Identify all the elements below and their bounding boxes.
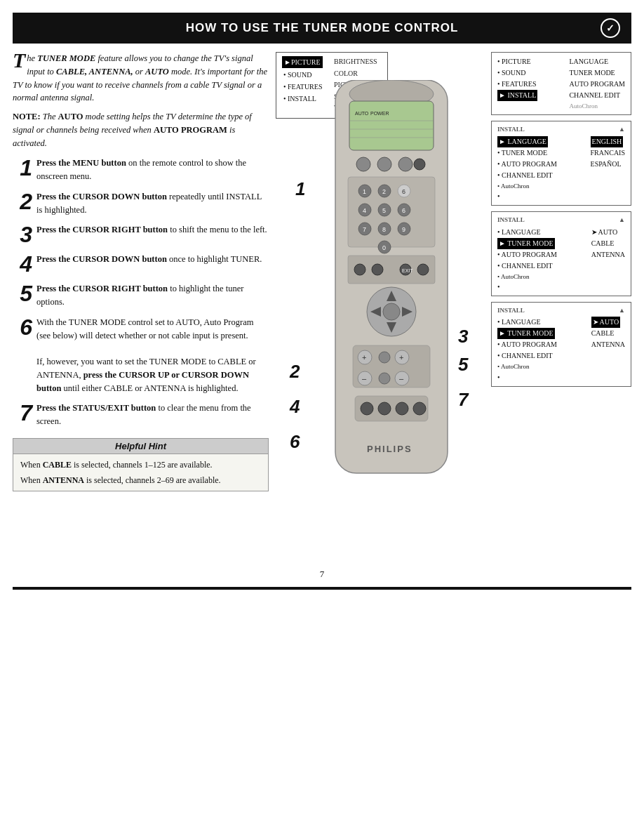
svg-point-59 <box>396 402 408 415</box>
svg-point-35 <box>372 264 383 275</box>
step-7-text: Press the STATUS/EXIT button to clear th… <box>36 402 269 428</box>
svg-point-58 <box>378 402 391 415</box>
svg-point-8 <box>356 157 370 171</box>
step-4-number: 4 <box>13 253 32 275</box>
step-3: 3 Press the CURSOR RIGHT button to shift… <box>13 223 269 246</box>
remote-step-1: 1 <box>295 178 305 200</box>
svg-text:POWER: POWER <box>370 111 389 116</box>
right-column: ►PICTURE • SOUND • FEATURES • INSTALL BR… <box>276 52 631 557</box>
bottom-rule <box>13 587 631 590</box>
step-6-number: 6 <box>13 316 32 338</box>
step-5-number: 5 <box>13 282 32 305</box>
svg-text:AUTO: AUTO <box>355 111 369 116</box>
intro-block: The TUNER MODE feature allows you to cha… <box>13 52 269 150</box>
step-2: 2 Press the CURSOR DOWN button repeatedl… <box>13 190 269 217</box>
remote-step-6: 6 <box>290 431 300 453</box>
svg-text:–: – <box>362 374 367 383</box>
step-6-text: With the TUNER MODE control set to AUTO,… <box>36 316 269 395</box>
svg-point-53 <box>379 373 390 384</box>
hint-header: Helpful Hint <box>13 439 268 454</box>
svg-point-48 <box>379 352 390 363</box>
step-4-text: Press the CURSOR DOWN button once to hig… <box>36 253 269 266</box>
svg-point-40 <box>383 303 400 320</box>
svg-text:0: 0 <box>382 244 386 251</box>
svg-text:1: 1 <box>363 188 366 195</box>
remote-step-2: 2 <box>290 361 300 383</box>
page-number: 7 <box>0 569 644 580</box>
page-title: How to Use the Tuner Mode Control <box>186 21 459 35</box>
svg-text:+: + <box>399 353 403 362</box>
step-4: 4 Press the CURSOR DOWN button once to h… <box>13 253 269 275</box>
svg-text:6: 6 <box>402 188 405 195</box>
screen-2-box: • PICTURE • SOUND • FEATURES ► INSTALL L… <box>491 52 631 115</box>
left-column: The TUNER MODE feature allows you to cha… <box>13 52 269 557</box>
step-2-number: 2 <box>13 190 32 213</box>
svg-text:4: 4 <box>363 207 366 214</box>
step-5: 5 Press the CURSOR RIGHT button to highl… <box>13 282 269 309</box>
screen-5-box: INSTALL ▲ • LANGUAGE ► TUNER MODE • AUTO… <box>491 302 631 387</box>
intro-text: The TUNER MODE feature allows you to cha… <box>13 52 269 105</box>
svg-text:8: 8 <box>382 226 386 233</box>
svg-rect-2 <box>349 101 434 150</box>
svg-point-9 <box>377 157 391 171</box>
svg-point-10 <box>398 157 412 171</box>
screen-3-box: INSTALL ▲ ► LANGUAGE • TUNER MODE • AUTO… <box>491 121 631 206</box>
step-7-number: 7 <box>13 402 32 424</box>
svg-point-60 <box>413 402 426 415</box>
hint-box: Helpful Hint When CABLE is selected, cha… <box>13 438 269 491</box>
svg-text:9: 9 <box>402 226 405 233</box>
note-text: NOTE: The AUTO mode setting helps the TV… <box>13 110 269 150</box>
diagrams-area: ►PICTURE • SOUND • FEATURES • INSTALL BR… <box>276 52 631 557</box>
remote-step-5: 5 <box>458 354 468 376</box>
svg-point-11 <box>414 159 425 170</box>
hint-item-2: When ANTENNA is selected, channels 2–69 … <box>20 474 261 486</box>
svg-point-57 <box>361 402 373 415</box>
step-1-text: Press the MENU button on the remote cont… <box>36 157 269 183</box>
remote-step-4: 4 <box>290 396 300 418</box>
hint-content: When CABLE is selected, channels 1–125 a… <box>13 454 268 491</box>
step-2-text: Press the CURSOR DOWN button repeatedly … <box>36 190 269 217</box>
svg-text:PHILIPS: PHILIPS <box>367 444 412 454</box>
remote-step-3: 3 <box>458 326 468 348</box>
step-3-number: 3 <box>13 223 32 246</box>
step-1-number: 1 <box>13 157 32 179</box>
svg-text:6: 6 <box>402 207 405 214</box>
header-icon: ✓ <box>601 18 620 38</box>
svg-text:EXIT: EXIT <box>402 268 413 273</box>
svg-point-37 <box>417 264 429 275</box>
step-3-text: Press the CURSOR RIGHT button to shift t… <box>36 223 269 237</box>
svg-text:7: 7 <box>363 226 366 233</box>
svg-text:+: + <box>362 353 366 362</box>
svg-text:5: 5 <box>382 207 386 214</box>
hint-item-1: When CABLE is selected, channels 1–125 a… <box>20 458 261 471</box>
main-content: The TUNER MODE feature allows you to cha… <box>13 52 631 557</box>
svg-text:2: 2 <box>382 188 386 195</box>
step-1: 1 Press the MENU button on the remote co… <box>13 157 269 183</box>
drop-cap: T <box>13 52 25 69</box>
svg-text:–: – <box>399 374 404 383</box>
remote-step-7: 7 <box>458 389 468 411</box>
screen-4-box: INSTALL ▲ • LANGUAGE ► TUNER MODE • AUTO… <box>491 211 631 296</box>
step-6: 6 With the TUNER MODE control set to AUT… <box>13 316 269 395</box>
step-5-text: Press the CURSOR RIGHT button to highlig… <box>36 282 269 309</box>
steps-list: 1 Press the MENU button on the remote co… <box>13 157 269 428</box>
screens-column: • PICTURE • SOUND • FEATURES ► INSTALL L… <box>491 52 631 387</box>
page-header: How to Use the Tuner Mode Control ✓ <box>13 13 631 44</box>
step-7: 7 Press the STATUS/EXIT button to clear … <box>13 402 269 428</box>
svg-point-34 <box>354 264 365 275</box>
remote-illustration: AUTO POWER 1 2 <box>314 80 469 504</box>
